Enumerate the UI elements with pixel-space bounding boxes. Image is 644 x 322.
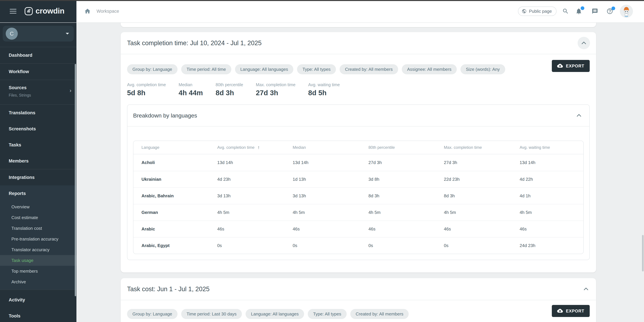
notifications-badge [581,6,584,10]
breakdown-table: Language Avg. completion time↑ Median 80… [133,141,584,254]
topbar-actions: Public page [518,0,644,22]
table-row: Arabic, Bahrain 3d 13h 3d 13h 8d 3h 8d 3… [134,187,583,204]
crowdin-logo[interactable]: crowdin [24,7,64,15]
globe-icon [522,9,527,14]
sidebar-item-screenshots[interactable]: Screenshots [0,121,76,137]
task-completion-card: Task completion time: Jul 10, 2024 - Jul… [121,32,596,273]
help-icon[interactable] [606,8,613,14]
col-avg-waiting-time[interactable]: Avg. waiting time [520,145,583,150]
topbar: crowdin Workspace Public page [0,0,644,22]
stat-avg-completion-time: Avg. completion time 5d 8h [127,82,166,98]
breakdown-title: Breakdown by languages [133,112,197,119]
table-row: Arabic 46s 46s 46s 46s 46s [134,221,583,237]
user-avatar[interactable] [620,5,633,18]
sidebar-item-top-members[interactable]: Top members [0,266,76,277]
task-completion-filters: Group by: Language Time period: All time… [127,54,590,74]
chevron-up-icon [576,114,581,117]
sidebar-item-members[interactable]: Members [0,153,76,169]
notifications-icon[interactable] [575,8,582,15]
sidebar-item-tasks[interactable]: Tasks [0,137,76,153]
breadcrumb-workspace[interactable]: Workspace [96,9,119,14]
stat-median: Median 4h 44m [179,82,203,98]
table-header: Language Avg. completion time↑ Median 80… [134,141,583,154]
col-language[interactable]: Language [142,145,217,150]
filter-time-period[interactable]: Time period: All time [181,64,231,74]
public-page-button[interactable]: Public page [518,6,556,16]
sidebar-section-reports: Reports Overview Cost estimate Translati… [0,185,76,290]
collapse-task-completion-button[interactable] [578,37,590,49]
main-content: Task completion time: Jul 10, 2024 - Jul… [76,22,644,322]
task-cost-title: Task cost: Jun 1 - Jul 1, 2025 [127,286,210,293]
stat-80th-percentile: 80th percentile 8d 3h [216,82,243,98]
sidebar-item-task-usage[interactable]: Task usage [0,255,76,266]
sidebar: C Dashboard Workflow Sources Files, Stri… [0,22,76,322]
task-completion-title: Task completion time: Jul 10, 2024 - Jul… [127,39,262,47]
filter-type[interactable]: Type: All types [308,309,347,319]
table-row: German 4h 5m 4h 5m 4h 5m 4h 5m 4h 5m [134,204,583,221]
help-badge [612,6,615,10]
sidebar-item-dashboard[interactable]: Dashboard [0,47,76,63]
task-completion-stats: Avg. completion time 5d 8h Median 4h 44m… [127,82,590,98]
filter-assignee[interactable]: Assignee: All members [402,64,457,74]
sidebar-item-cost-estimate[interactable]: Cost estimate [0,212,76,223]
stat-max-completion-time: Max. completion time 27d 3h [256,82,295,98]
filter-language[interactable]: Language: All languages [235,64,294,74]
filter-group-by[interactable]: Group by: Language [127,309,178,319]
page-scrollbar[interactable] [642,235,644,272]
col-80th-percentile[interactable]: 80th percentile [368,145,444,150]
filter-created-by[interactable]: Created by: All members [350,309,409,319]
search-icon[interactable] [562,8,569,14]
sidebar-item-integrations[interactable]: Integrations [0,169,76,185]
chevron-up-icon [584,288,588,290]
filter-created-by[interactable]: Created by: All members [340,64,398,74]
topbar-brand-area: crowdin [0,0,76,22]
menu-icon[interactable] [10,9,16,13]
table-row: Acholi 13d 14h 13d 14h 27d 3h 27d 3h 13d… [134,154,583,171]
previous-card-partial [121,22,596,27]
cloud-download-icon [557,64,563,68]
col-median[interactable]: Median [293,145,368,150]
collapse-task-cost-button[interactable] [582,285,590,293]
sidebar-item-reports[interactable]: Reports [0,185,76,201]
sidebar-item-activity[interactable]: Activity [0,292,76,308]
org-selector[interactable]: C [3,26,74,41]
collapse-breakdown-button[interactable] [575,112,583,120]
sidebar-item-translations[interactable]: Translations [0,105,76,121]
sidebar-item-sources[interactable]: Sources Files, Strings › [0,80,76,104]
table-row: Ukrainian 4d 23h 1d 13h 3d 8h 22d 23h 4d… [134,171,583,187]
breakdown-card: Breakdown by languages Language Avg. com… [127,104,590,260]
sidebar-scrollbar[interactable] [75,64,76,296]
sidebar-item-workflow[interactable]: Workflow [0,64,76,80]
filter-size-words[interactable]: Size (words): Any [460,64,505,74]
cloud-download-icon [557,309,563,313]
filter-time-period[interactable]: Time period: Last 30 days [181,309,242,319]
table-row: Arabic, Egypt 0s 0s 0s 0s 24d 23h [134,237,583,254]
chevron-right-icon: › [70,87,72,94]
filter-type[interactable]: Type: All types [297,64,336,74]
brand-name: crowdin [36,6,64,15]
sidebar-item-overview[interactable]: Overview [0,201,76,212]
sort-asc-icon: ↑ [258,145,260,150]
filter-group-by[interactable]: Group by: Language [127,64,178,74]
export-button[interactable]: EXPORT [552,60,590,72]
window-top-edge [0,0,644,1]
task-cost-filters: Group by: Language Time period: Last 30 … [127,300,590,319]
export-button[interactable]: EXPORT [552,305,590,317]
sidebar-item-translation-cost[interactable]: Translation cost [0,223,76,234]
sidebar-item-archive[interactable]: Archive [0,277,76,287]
filter-language[interactable]: Language: All languages [246,309,304,319]
page: crowdin Workspace Public page [0,0,644,322]
chevron-down-icon [66,33,69,34]
sidebar-item-tools[interactable]: Tools [0,308,76,322]
breadcrumb: Workspace [84,0,119,22]
col-max-completion-time[interactable]: Max. completion time [444,145,520,150]
home-icon[interactable] [84,8,91,14]
messages-icon[interactable] [592,8,598,14]
sources-subtitle: Files, Strings [9,93,76,98]
task-cost-card: Task cost: Jun 1 - Jul 1, 2025 Group by:… [121,278,596,322]
sidebar-item-translator-accuracy[interactable]: Translator accuracy [0,244,76,255]
chevron-up-icon [582,42,586,44]
col-avg-completion-time[interactable]: Avg. completion time↑ [217,145,293,150]
sidebar-item-pre-translation-accuracy[interactable]: Pre-translation accuracy [0,234,76,244]
org-avatar: C [6,28,18,40]
